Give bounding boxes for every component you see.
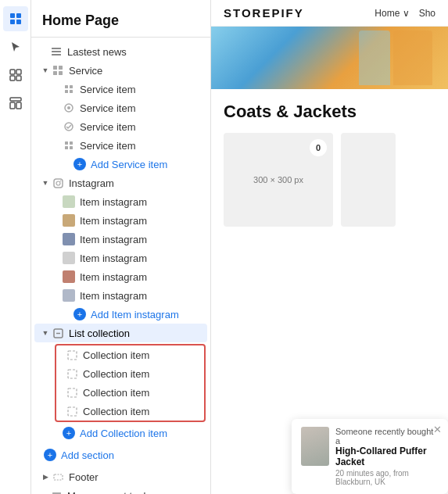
- collection-item-3[interactable]: Collection item: [59, 383, 201, 402]
- service-item-2-label: Service item: [80, 102, 136, 114]
- service-item-1[interactable]: Service item: [34, 80, 207, 98]
- service-item-4-icon: [63, 139, 75, 152]
- add-collection-plus-icon: +: [63, 427, 75, 439]
- insta-item-1-thumb: [63, 195, 75, 208]
- service-label: Service: [69, 65, 102, 77]
- add-collection-item[interactable]: + Add Collection item: [34, 424, 207, 442]
- tree-item-management[interactable]: Management tools: [34, 486, 207, 494]
- insta-item-4[interactable]: Item instagram: [34, 249, 207, 267]
- insta-item-1[interactable]: Item instagram: [34, 192, 207, 211]
- service-item-1-icon: [63, 83, 75, 95]
- instagram-icon: [52, 177, 64, 189]
- add-section-label: Add section: [61, 449, 114, 461]
- add-instagram-label: Add Item instagram: [91, 309, 179, 320]
- add-service-item[interactable]: + Add Service item: [34, 155, 207, 174]
- hero-banner: [211, 27, 448, 89]
- svg-rect-7: [16, 76, 21, 81]
- svg-rect-5: [16, 70, 21, 74]
- footer-arrow: ▶: [41, 472, 50, 481]
- service-item-3-icon: [63, 120, 75, 133]
- svg-point-30: [56, 181, 60, 185]
- nav-home[interactable]: Home ∨: [375, 8, 409, 19]
- tree-item-service[interactable]: ▼ Service: [34, 61, 207, 80]
- svg-rect-34: [68, 351, 77, 360]
- svg-rect-39: [52, 492, 61, 494]
- nav-shop[interactable]: Sho: [419, 8, 435, 19]
- svg-rect-9: [10, 102, 15, 109]
- instagram-label: Instagram: [69, 177, 114, 189]
- svg-rect-3: [16, 20, 21, 24]
- insta-item-6[interactable]: Item instagram: [34, 286, 207, 305]
- collection-item-1-icon: [66, 349, 78, 361]
- svg-rect-2: [10, 20, 15, 24]
- preview-inner: STOREPIFY Home ∨ Sho Coats & Jackets 0 3…: [211, 0, 448, 494]
- service-item-3-label: Service item: [80, 121, 136, 133]
- svg-rect-26: [70, 141, 73, 145]
- insta-item-3[interactable]: Item instagram: [34, 230, 207, 249]
- collection-item-2-label: Collection item: [83, 368, 149, 380]
- svg-rect-1: [16, 13, 21, 18]
- svg-rect-20: [65, 90, 68, 93]
- svg-rect-11: [52, 48, 61, 49]
- svg-rect-36: [68, 388, 77, 397]
- insta-item-5[interactable]: Item instagram: [34, 267, 207, 286]
- add-section[interactable]: + Add section: [34, 446, 207, 464]
- main-preview: STOREPIFY Home ∨ Sho Coats & Jackets 0 3…: [211, 0, 448, 494]
- add-toolbar-icon[interactable]: [3, 63, 28, 88]
- footer-icon: [52, 471, 64, 483]
- add-instagram-item[interactable]: + Add Item instagram: [34, 305, 207, 324]
- svg-rect-12: [52, 51, 61, 52]
- tree-item-footer[interactable]: ▶ Footer: [34, 467, 207, 486]
- collection-item-1[interactable]: Collection item: [59, 345, 201, 364]
- add-collection-label: Add Collection item: [80, 428, 167, 439]
- store-nav: STOREPIFY Home ∨ Sho: [211, 0, 448, 27]
- insta-item-2[interactable]: Item instagram: [34, 211, 207, 230]
- product-size-label: 300 × 300 px: [253, 175, 303, 184]
- service-item-2[interactable]: Service item: [34, 98, 207, 117]
- notification-product-name: High-Collared Puffer Jacket: [335, 446, 439, 467]
- store-logo: STOREPIFY: [224, 6, 304, 20]
- collection-item-2-icon: [66, 367, 78, 380]
- collection-item-2[interactable]: Collection item: [59, 364, 201, 383]
- service-item-4[interactable]: Service item: [34, 136, 207, 155]
- collection-item-3-icon: [66, 386, 78, 399]
- tree-item-latest-news[interactable]: Lastest news: [34, 42, 207, 61]
- insta-item-2-label: Item instagram: [80, 215, 147, 227]
- svg-rect-27: [65, 146, 68, 149]
- add-service-plus-icon: +: [73, 158, 86, 170]
- collection-item-3-label: Collection item: [83, 387, 149, 399]
- svg-rect-19: [70, 85, 73, 88]
- svg-rect-14: [53, 66, 57, 70]
- svg-rect-15: [59, 66, 63, 70]
- list-collection-arrow: ▼: [41, 328, 50, 338]
- notification-close-button[interactable]: ✕: [433, 424, 442, 435]
- store-nav-links: Home ∨ Sho: [375, 8, 435, 19]
- svg-point-31: [59, 180, 61, 181]
- notification-intro: Someone recently bought a: [335, 427, 439, 446]
- insta-item-4-thumb: [63, 252, 75, 264]
- tree-item-list-collection[interactable]: ▼ List collection: [34, 324, 207, 342]
- svg-rect-18: [65, 85, 68, 88]
- collection-item-1-label: Collection item: [83, 349, 149, 361]
- service-item-2-icon: [63, 102, 75, 114]
- side-panel: Home Page Lastest news ▼ Service Service…: [31, 0, 211, 494]
- footer-label: Footer: [69, 471, 99, 483]
- latest-news-icon: [50, 45, 63, 58]
- insta-item-5-thumb: [63, 270, 75, 283]
- svg-rect-35: [68, 370, 77, 378]
- service-icon: [52, 64, 64, 77]
- cursor-toolbar-icon[interactable]: [3, 34, 28, 59]
- tree-item-instagram[interactable]: ▼ Instagram: [34, 174, 207, 192]
- notification-popup: ✕ Someone recently bought a High-Collare…: [292, 419, 448, 494]
- layout-toolbar-icon[interactable]: [3, 91, 28, 116]
- product-card-main: 0 300 × 300 px: [224, 133, 333, 227]
- svg-rect-16: [53, 71, 57, 75]
- collection-item-4[interactable]: Collection item: [59, 402, 201, 421]
- insta-item-2-thumb: [63, 214, 75, 227]
- service-item-3[interactable]: Service item: [34, 117, 207, 136]
- left-toolbar: [0, 0, 31, 494]
- insta-item-3-thumb: [63, 233, 75, 245]
- collection-items-group: Collection item Collection item Collecti…: [55, 344, 206, 422]
- pages-toolbar-icon[interactable]: [3, 6, 28, 31]
- list-collection-icon: [52, 327, 64, 339]
